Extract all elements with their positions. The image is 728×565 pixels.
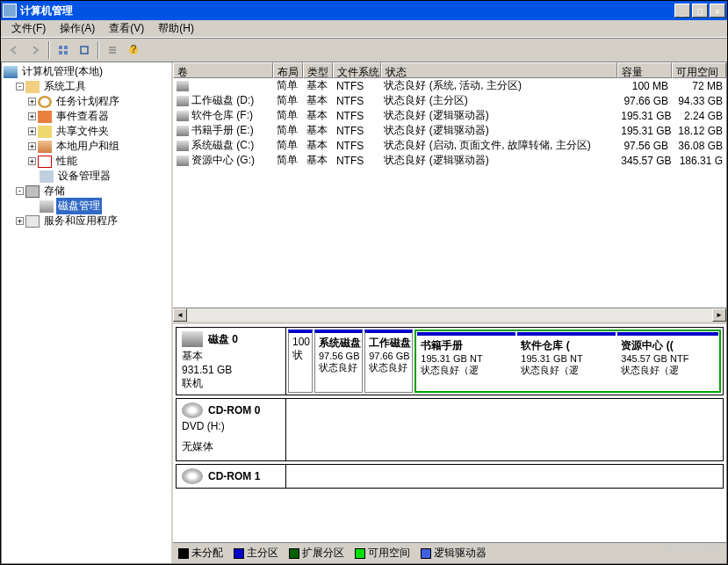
volume-row[interactable]: 资源中心 (G:) 简单 基本 NTFS 状态良好 (逻辑驱动器) 345.57… [173, 153, 726, 168]
column-headers: 卷 布局 类型 文件系统 状态 容量 可用空间 [173, 62, 726, 78]
details-panel: 卷 布局 类型 文件系统 状态 容量 可用空间 简单 基本 NTFS 状态良好 … [173, 62, 726, 563]
tree-services[interactable]: +服务和应用程序 [4, 214, 169, 228]
service-icon [25, 215, 40, 228]
tool-refresh-button[interactable] [75, 40, 94, 60]
maximize-button[interactable]: □ [692, 4, 708, 18]
cdrom-1-info: CD-ROM 1 [177, 465, 286, 488]
col-volume[interactable]: 卷 [173, 62, 273, 78]
partition-system-reserved[interactable]: 100状 [288, 330, 313, 393]
volume-row[interactable]: 工作磁盘 (D:) 简单 基本 NTFS 状态良好 (主分区) 97.66 GB… [173, 93, 726, 108]
svg-text:?: ? [131, 44, 137, 55]
cd-icon [182, 402, 203, 418]
titlebar[interactable]: 计算机管理 _ □ ✕ [1, 1, 727, 20]
legend-unallocated-label: 未分配 [191, 546, 223, 561]
navigation-tree[interactable]: 计算机管理(本地) -系统工具 +任务计划程序 +事件查看器 +共享文件夹 +本… [2, 62, 173, 563]
legend-primary-label: 主分区 [247, 546, 278, 561]
disk-0-info: 磁盘 0 基本 931.51 GB 联机 [177, 328, 286, 395]
window-title: 计算机管理 [20, 4, 674, 18]
tool-help-button[interactable]: ? [124, 40, 143, 60]
col-free[interactable]: 可用空间 [672, 62, 726, 78]
col-capacity[interactable]: 容量 [617, 62, 672, 78]
tree-diskmgmt[interactable]: 磁盘管理 [4, 199, 169, 214]
cdrom-0-info: CD-ROM 0 DVD (H:) 无媒体 [177, 399, 286, 460]
legend-primary-swatch [234, 548, 244, 559]
tree-storage[interactable]: -存储 [4, 184, 169, 199]
legend-extended-label: 扩展分区 [302, 546, 344, 561]
partition-d[interactable]: 工作磁盘 97.66 GB NT 状态良好（主 [364, 330, 413, 393]
volume-row[interactable]: 书籍手册 (E:) 简单 基本 NTFS 状态良好 (逻辑驱动器) 195.31… [173, 123, 726, 138]
disk-0-row[interactable]: 磁盘 0 基本 931.51 GB 联机 100状 系统磁盘 97.56 GB … [176, 327, 724, 395]
tree-root[interactable]: 计算机管理(本地) [4, 64, 169, 79]
back-button[interactable] [4, 40, 24, 60]
volume-row[interactable]: 软件仓库 (F:) 简单 基本 NTFS 状态良好 (逻辑驱动器) 195.31… [173, 108, 726, 123]
volume-row[interactable]: 系统磁盘 (C:) 简单 基本 NTFS 状态良好 (启动, 页面文件, 故障转… [173, 138, 726, 153]
scroll-right-button[interactable]: ► [712, 308, 726, 322]
tree-devicemgr[interactable]: 设备管理器 [4, 169, 169, 184]
event-icon [38, 111, 52, 123]
disk-0-partitions: 100状 系统磁盘 97.56 GB NT 状态良好（启 工作磁盘 97.66 … [286, 328, 723, 395]
legend-free-swatch [355, 548, 365, 559]
col-status[interactable]: 状态 [381, 62, 618, 78]
main-window: 计算机管理 _ □ ✕ 文件(F) 操作(A) 查看(V) 帮助(H) ? 计算… [0, 0, 728, 565]
col-type[interactable]: 类型 [303, 62, 333, 78]
content-area: 计算机管理(本地) -系统工具 +任务计划程序 +事件查看器 +共享文件夹 +本… [1, 62, 727, 564]
col-layout[interactable]: 布局 [273, 62, 303, 78]
folder-icon [38, 126, 52, 138]
tree-systools[interactable]: -系统工具 [4, 79, 169, 94]
disk-graphics[interactable]: 磁盘 0 基本 931.51 GB 联机 100状 系统磁盘 97.56 GB … [173, 324, 726, 542]
storage-icon [25, 185, 40, 198]
cd-icon [182, 468, 203, 484]
legend-extended-swatch [289, 548, 299, 559]
scroll-left-button[interactable]: ◄ [173, 308, 187, 322]
tree-scheduler[interactable]: +任务计划程序 [4, 94, 169, 109]
tree-sharedfolders[interactable]: +共享文件夹 [4, 124, 169, 139]
menu-action[interactable]: 操作(A) [53, 19, 102, 38]
toolbar: ? [1, 38, 727, 62]
legend-logical-label: 逻辑驱动器 [434, 546, 487, 561]
disk-icon [182, 331, 203, 347]
legend-unallocated-swatch [178, 548, 189, 559]
legend: 未分配 主分区 扩展分区 可用空间 逻辑驱动器 [173, 542, 726, 563]
tool-list-button[interactable] [103, 40, 122, 60]
tools-icon [25, 81, 40, 93]
partition-f[interactable]: 软件仓库 ( 195.31 GB NT 状态良好（逻 [517, 332, 616, 390]
svg-rect-2 [59, 51, 62, 54]
clock-icon [38, 96, 52, 108]
svg-rect-3 [64, 51, 68, 54]
col-filesystem[interactable]: 文件系统 [333, 62, 381, 78]
svg-rect-4 [81, 47, 88, 54]
partition-e[interactable]: 书籍手册 195.31 GB NT 状态良好（逻 [417, 332, 515, 390]
disk-icon [40, 200, 54, 213]
tree-usersgroups[interactable]: +本地用户和组 [4, 139, 169, 154]
forward-button[interactable] [25, 40, 45, 60]
minimize-button[interactable]: _ [674, 4, 690, 18]
device-icon [40, 170, 54, 183]
menubar: 文件(F) 操作(A) 查看(V) 帮助(H) [1, 20, 727, 38]
menu-help[interactable]: 帮助(H) [151, 19, 201, 38]
svg-rect-0 [59, 46, 62, 49]
tool-view-button[interactable] [54, 40, 73, 60]
computer-icon [4, 66, 18, 78]
volume-list[interactable]: 卷 布局 类型 文件系统 状态 容量 可用空间 简单 基本 NTFS 状态良好 … [173, 62, 726, 324]
user-icon [38, 141, 52, 153]
legend-free-label: 可用空间 [368, 546, 410, 561]
tree-performance[interactable]: +性能 [4, 154, 169, 169]
extended-partition: 书籍手册 195.31 GB NT 状态良好（逻 软件仓库 ( 195.31 G… [414, 330, 721, 393]
volume-row[interactable]: 简单 基本 NTFS 状态良好 (系统, 活动, 主分区) 100 MB 72 … [173, 78, 726, 93]
cdrom-0-row[interactable]: CD-ROM 0 DVD (H:) 无媒体 [176, 398, 724, 461]
cdrom-1-row[interactable]: CD-ROM 1 [176, 464, 724, 489]
perf-icon [38, 156, 52, 168]
close-button[interactable]: ✕ [710, 4, 725, 18]
partition-g[interactable]: 资源中心 (( 345.57 GB NTF 状态良好（逻 [617, 332, 718, 390]
partition-c[interactable]: 系统磁盘 97.56 GB NT 状态良好（启 [314, 330, 363, 393]
watermark: @51CTO博客 [663, 543, 723, 556]
menu-view[interactable]: 查看(V) [102, 19, 151, 38]
tree-eventviewer[interactable]: +事件查看器 [4, 109, 169, 124]
volume-scrollbar[interactable]: ◄ ► [173, 308, 726, 322]
svg-rect-1 [64, 46, 68, 49]
legend-logical-swatch [421, 548, 431, 559]
menu-file[interactable]: 文件(F) [4, 19, 53, 38]
app-icon [3, 4, 17, 18]
